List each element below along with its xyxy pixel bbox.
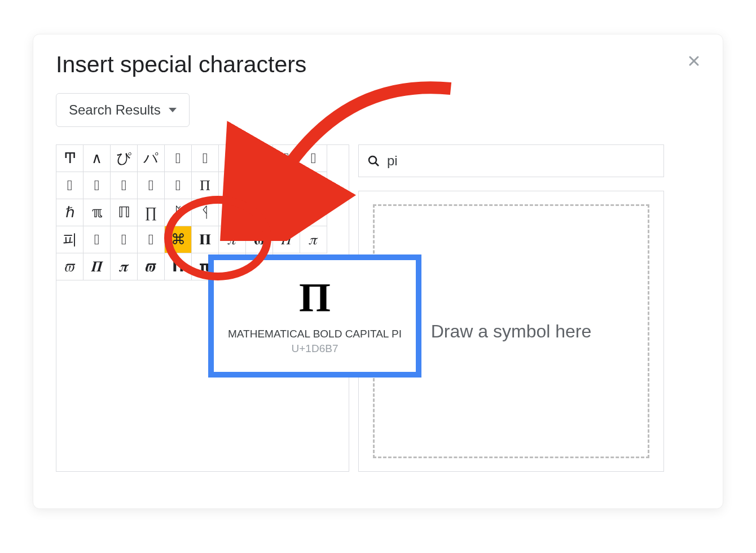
dropdown-label: Search Results (69, 102, 161, 118)
character-cell[interactable]: ᛈ (165, 199, 192, 226)
character-cell[interactable]: 𒁀 (111, 226, 138, 253)
character-cell[interactable]: 𝛡 (246, 226, 273, 253)
character-cell[interactable]: 𝝕 (138, 253, 165, 280)
character-cell[interactable]: 𓁃 (56, 172, 83, 199)
tooltip-name: MATHEMATICAL BOLD CAPITAL PI (228, 328, 402, 340)
character-cell[interactable]: ぴ (111, 145, 138, 172)
character-cell[interactable]: ⌘ (165, 226, 192, 253)
character-cell[interactable]: 𓁀 (300, 145, 327, 172)
character-cell[interactable]: パ (138, 145, 165, 172)
special-characters-dialog: Insert special characters Search Results… (33, 34, 723, 509)
character-cell[interactable]: ℼ (83, 199, 111, 226)
close-icon (687, 54, 701, 68)
character-cell[interactable]: π (219, 172, 246, 199)
character-cell[interactable]: 𝛱 (273, 226, 300, 253)
character-cell[interactable]: 𝝥 (165, 253, 192, 280)
character-cell[interactable]: 𓀪 (192, 145, 219, 172)
character-cell[interactable]: 𝜫 (83, 253, 111, 280)
character-cell[interactable]: ᛰ (219, 199, 246, 226)
character-cell[interactable]: 𝜋 (219, 226, 246, 253)
search-input[interactable] (386, 152, 656, 169)
character-cell[interactable]: 𝜛 (56, 253, 83, 280)
character-cell[interactable]: 피 (56, 226, 83, 253)
character-cell[interactable]: ዋ (300, 199, 327, 226)
dialog-title: Insert special characters (56, 51, 306, 78)
character-cell[interactable]: 𓁆 (83, 172, 111, 199)
character-cell[interactable]: 𒀸 (83, 226, 111, 253)
character-cell[interactable]: Ⅎ (273, 172, 300, 199)
character-cell[interactable]: 𓀯 (138, 172, 165, 199)
search-box[interactable] (358, 144, 664, 177)
category-dropdown[interactable]: Search Results (56, 93, 190, 127)
svg-point-2 (369, 156, 376, 164)
character-cell[interactable]: ∏ (138, 199, 165, 226)
character-cell[interactable]: 𓀜 (111, 172, 138, 199)
character-tooltip: Π MATHEMATICAL BOLD CAPITAL PI U+1D6B7 (208, 254, 421, 378)
tooltip-codepoint: U+1D6B7 (292, 343, 339, 355)
character-cell[interactable]: ▶ (273, 199, 300, 226)
character-cell[interactable]: 𝚷 (192, 226, 219, 253)
character-cell[interactable]: ℏ (56, 199, 83, 226)
character-cell[interactable]: ᛄ (246, 199, 273, 226)
character-cell[interactable]: 𒁃 (138, 226, 165, 253)
character-cell[interactable]: ᛩ (192, 199, 219, 226)
character-cell[interactable]: Π (192, 172, 219, 199)
close-button[interactable] (684, 51, 704, 71)
character-cell[interactable]: 𓀭 (246, 145, 273, 172)
svg-line-3 (376, 163, 379, 166)
character-cell[interactable]: ϖ (246, 172, 273, 199)
character-cell[interactable]: 𝝅 (111, 253, 138, 280)
character-cell[interactable]: 𓀓 (219, 145, 246, 172)
character-cell[interactable]: п (300, 172, 327, 199)
character-cell[interactable]: 𓀂 (165, 172, 192, 199)
search-icon (367, 154, 380, 168)
character-cell[interactable]: Ͳ (56, 145, 83, 172)
character-cell[interactable]: ∧ (83, 145, 111, 172)
character-cell[interactable]: 𓋈 (165, 145, 192, 172)
character-cell[interactable]: ℿ (111, 199, 138, 226)
draw-placeholder: Draw a symbol here (431, 321, 592, 342)
tooltip-glyph: Π (299, 277, 331, 318)
character-cell[interactable]: 𓀼 (273, 145, 300, 172)
character-cell[interactable]: 𝜋 (300, 226, 327, 253)
chevron-down-icon (169, 108, 177, 112)
